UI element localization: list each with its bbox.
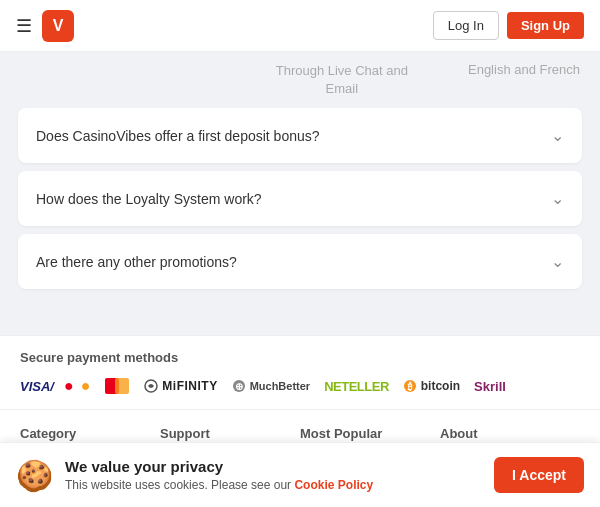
mastercard-icon-2: ●: [81, 377, 91, 395]
muchbetter-logo: ⊕ MuchBetter: [232, 379, 311, 393]
maestro-logo: [104, 377, 130, 395]
payment-section: Secure payment methods VISA/●● MiFINITY …: [0, 335, 600, 409]
hamburger-icon[interactable]: ☰: [16, 15, 32, 37]
support-text: Through Live Chat andEmail: [276, 62, 408, 98]
footer-columns: Category Support Most Popular About: [0, 409, 600, 442]
cookie-icon: 🍪: [16, 458, 53, 493]
chevron-down-icon-1: ⌄: [551, 126, 564, 145]
top-info: Through Live Chat andEmail English and F…: [0, 52, 600, 98]
footer-col-title-support: Support: [160, 426, 210, 441]
payment-title: Secure payment methods: [20, 350, 580, 365]
logo[interactable]: V: [42, 10, 74, 42]
faq-question-1: Does CasinoVibes offer a first deposit b…: [36, 128, 320, 144]
chevron-down-icon-3: ⌄: [551, 252, 564, 271]
cookie-title: We value your privacy: [65, 458, 482, 475]
visa-logo: VISA/: [20, 379, 54, 394]
header-left: ☰ V: [16, 10, 74, 42]
header-right: Log In Sign Up: [433, 11, 584, 40]
skrill-logo: Skrill: [474, 379, 506, 394]
footer-col-title-popular: Most Popular: [300, 426, 382, 441]
cookie-text-block: We value your privacy This website uses …: [65, 458, 482, 492]
footer-col-category: Category: [20, 424, 160, 442]
faq-item-3[interactable]: Are there any other promotions? ⌄: [18, 234, 582, 289]
accept-button[interactable]: I Accept: [494, 457, 584, 493]
cookie-desc: This website uses cookies. Please see ou…: [65, 478, 482, 492]
login-button[interactable]: Log In: [433, 11, 499, 40]
neteller-logo: NETELLER: [324, 379, 389, 394]
cookie-banner: 🍪 We value your privacy This website use…: [0, 442, 600, 507]
faq-item-2[interactable]: How does the Loyalty System work? ⌄: [18, 171, 582, 226]
faq-question-3: Are there any other promotions?: [36, 254, 237, 270]
spacer: [0, 307, 600, 335]
lang-info: English and French: [468, 62, 580, 98]
footer-col-support: Support: [160, 424, 300, 442]
footer-col-title-about: About: [440, 426, 478, 441]
svg-text:⊕: ⊕: [235, 381, 243, 392]
svg-rect-1: [115, 378, 129, 394]
footer-col-popular: Most Popular: [300, 424, 440, 442]
header: ☰ V Log In Sign Up: [0, 0, 600, 52]
footer-col-about: About: [440, 424, 580, 442]
bitcoin-logo: ₿ bitcoin: [403, 379, 460, 393]
signup-button[interactable]: Sign Up: [507, 12, 584, 39]
top-info-inner: Through Live Chat andEmail English and F…: [20, 62, 580, 98]
cookie-policy-link[interactable]: Cookie Policy: [294, 478, 373, 492]
payment-logos: VISA/●● MiFINITY ⊕ MuchBetter NETELLER ₿…: [20, 377, 580, 395]
mastercard-icon: ●: [64, 377, 74, 395]
faq-question-2: How does the Loyalty System work?: [36, 191, 262, 207]
mifinity-logo: MiFINITY: [144, 379, 217, 393]
faq-section: Does CasinoVibes offer a first deposit b…: [0, 98, 600, 307]
cookie-desc-text: This website uses cookies. Please see ou…: [65, 478, 294, 492]
chevron-down-icon-2: ⌄: [551, 189, 564, 208]
logo-letter: V: [53, 17, 64, 35]
faq-item-1[interactable]: Does CasinoVibes offer a first deposit b…: [18, 108, 582, 163]
footer-col-title-category: Category: [20, 426, 76, 441]
